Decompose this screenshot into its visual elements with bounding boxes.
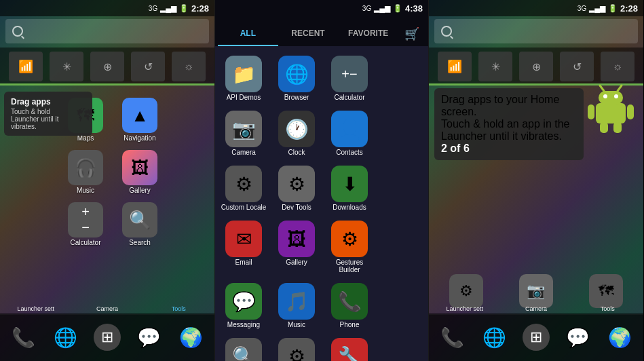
list-item[interactable]: 🎧 Music	[60, 147, 111, 197]
app-label-messaging: Messaging	[227, 321, 260, 328]
app-label-nav: Navigation	[124, 134, 155, 142]
camera2-icon: 📷	[519, 274, 553, 308]
list-item[interactable]: ⚙ Dev Tools	[271, 162, 322, 215]
mid-battery: 🔋	[393, 4, 402, 13]
left-qs-loc[interactable]: ⊕	[90, 52, 124, 81]
calc-symbol: +−	[81, 204, 90, 235]
dock-sms[interactable]: 💬	[132, 320, 167, 355]
list-item[interactable]: 🎵 Music	[271, 279, 322, 332]
middle-app-grid: 📁 API Demos 🌐 Browser +− Calculator 📷 Ca…	[215, 49, 428, 361]
list-item[interactable]: 📷	[519, 274, 553, 308]
left-search-bar[interactable]	[5, 19, 209, 43]
list-item[interactable]: ⚙	[449, 274, 483, 308]
location-icon: ⊕	[103, 60, 112, 73]
dock-browser[interactable]: 🌐	[48, 320, 83, 355]
right-quick-settings: 📶 ✳ ⊕ ↺ ☼	[429, 48, 643, 86]
label-tools[interactable]: Tools	[158, 305, 199, 312]
left-qs-bt[interactable]: ✳	[50, 52, 83, 81]
tab-store[interactable]: 🛒	[398, 22, 425, 46]
devtools-icon: ⚙	[278, 166, 315, 202]
email-icon: ✉	[225, 221, 262, 257]
app-label-api: API Demos	[227, 94, 261, 101]
right-dock: 📞 🌐 ⊞ 💬 🌍	[429, 314, 643, 361]
right-search-bar[interactable]	[434, 19, 638, 43]
dock-globe[interactable]: 🌍	[173, 320, 208, 355]
list-item[interactable]: 🖼 Gallery	[114, 147, 166, 197]
right-qs-wifi[interactable]: 📶	[438, 52, 472, 81]
dock-launcher[interactable]: ⊞	[90, 320, 125, 355]
api-icon: 📁	[225, 56, 262, 92]
left-quick-settings: 📶 ✳ ⊕ ↺ ☼	[0, 48, 214, 86]
tab-all[interactable]: ALL	[218, 22, 278, 46]
list-item[interactable]: +− Calculator	[324, 52, 375, 105]
spareparts-icon: 🔧	[331, 338, 368, 361]
gallery-icon: 🖼	[122, 150, 157, 185]
list-item[interactable]: 💬 Messaging	[218, 279, 269, 332]
globe-icon: 🌍	[179, 326, 203, 349]
svg-line-5	[618, 86, 622, 91]
list-item[interactable]: 🔍 Search	[114, 200, 166, 249]
mid-signal: 3G	[362, 5, 371, 12]
list-item[interactable]: ⬇ Downloads	[324, 162, 375, 215]
left-qs-wifi[interactable]: 📶	[9, 52, 43, 81]
list-item[interactable]: ⚙ Custom Locale	[218, 162, 269, 215]
list-item[interactable]: +− Calculator	[60, 200, 111, 249]
svg-point-2	[603, 94, 607, 98]
right-panel: 3G ▂▄▆ 🔋 2:28 📶 ✳ ⊕ ↺ ☼ Drag apps to you…	[429, 0, 643, 361]
right-qs-bt[interactable]: ✳	[478, 52, 512, 81]
list-item[interactable]: ✉ Email	[218, 216, 269, 278]
right-globe-icon: 🌍	[608, 326, 632, 349]
list-item[interactable]: 🔧 Spare Parts	[324, 334, 375, 361]
app-label-custom: Custom Locale	[221, 204, 267, 211]
list-item[interactable]: 🕐 Clock	[271, 107, 322, 160]
list-item[interactable]: 📷 Camera	[218, 107, 269, 160]
right-bright-icon: ☼	[613, 60, 623, 73]
tab-favorite[interactable]: FAVORITE	[338, 22, 398, 46]
launcher-icon: ⊞	[94, 324, 121, 351]
right-dock-sms[interactable]: 💬	[561, 320, 596, 355]
list-item[interactable]: 📞 Phone	[324, 279, 375, 332]
right-tooltip: Drag apps to your Home screen. Touch & h…	[434, 88, 584, 160]
right-sms-icon: 💬	[566, 326, 590, 349]
svg-rect-1	[599, 91, 623, 104]
music2-icon: 🎵	[278, 283, 315, 320]
svg-line-4	[600, 86, 604, 91]
browser2-icon: 🌐	[278, 56, 315, 92]
left-dock: 📞 🌐 ⊞ 💬 🌍	[0, 314, 214, 361]
left-qs-bright[interactable]: ☼	[172, 52, 206, 81]
list-item[interactable]: 🌐 Browser	[271, 52, 322, 105]
list-item[interactable]: 👤 Contacts	[324, 107, 375, 160]
list-item[interactable]: 📁 API Demos	[218, 52, 269, 105]
list-item[interactable]: ▲ Navigation	[114, 95, 166, 145]
app-label-gallery: Gallery	[129, 187, 151, 194]
left-time: 2:28	[191, 3, 209, 14]
list-item[interactable]: ⚙ Gestures Builder	[324, 216, 375, 278]
right-dock-phone[interactable]: 📞	[435, 320, 470, 355]
app-label-browser: Browser	[284, 94, 309, 101]
app-label-gallery2: Gallery	[286, 259, 307, 266]
right-dock-launcher[interactable]: ⊞	[518, 320, 554, 355]
right-qs-sync[interactable]: ↺	[560, 52, 594, 81]
list-item[interactable]: 🗺	[589, 274, 623, 308]
middle-time: 4:38	[405, 3, 423, 14]
right-qs-bright[interactable]: ☼	[601, 52, 634, 81]
right-qs-loc[interactable]: ⊕	[519, 52, 553, 81]
left-accent-bar	[0, 83, 214, 86]
left-qs-sync[interactable]: ↺	[131, 52, 165, 81]
list-item[interactable]: 🔍 Search	[218, 334, 269, 361]
list-item[interactable]: ⚙ Settings	[271, 334, 322, 361]
mid-signal-bars: ▂▄▆	[374, 4, 390, 13]
right-sync-icon: ↺	[573, 60, 582, 73]
wifi-icon: 📶	[18, 59, 33, 74]
right-dock-browser[interactable]: 🌐	[476, 320, 512, 355]
dock-phone[interactable]: 📞	[6, 320, 41, 355]
list-item[interactable]: 🖼 Gallery	[271, 216, 322, 278]
right-label-tools: Tools	[587, 305, 628, 312]
tab-recent[interactable]: RECENT	[278, 22, 339, 46]
svg-rect-0	[596, 103, 626, 124]
search3-icon: 🔍	[225, 338, 262, 361]
right-dock-globe[interactable]: 🌍	[602, 320, 637, 355]
svg-rect-6	[588, 104, 594, 119]
downloads-icon: ⬇	[331, 166, 368, 202]
right-search-icon	[441, 26, 452, 37]
